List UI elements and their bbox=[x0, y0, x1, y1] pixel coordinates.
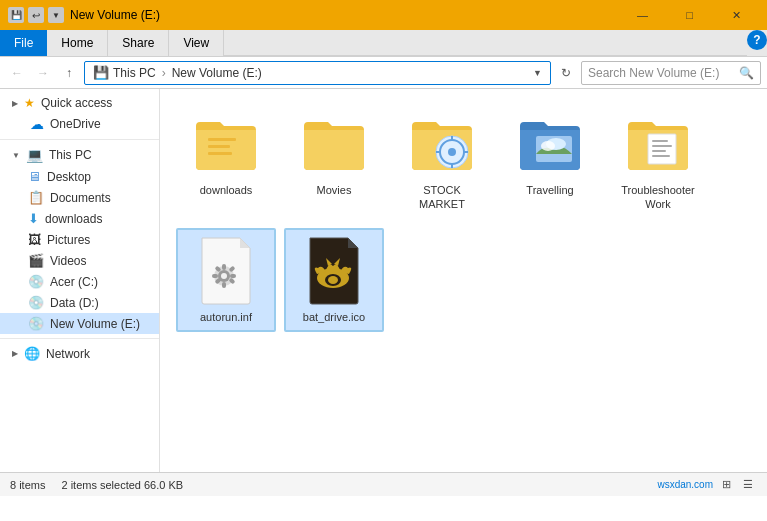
sidebar-item-videos[interactable]: 🎬 Videos bbox=[0, 250, 159, 271]
file-icon-wrapper bbox=[299, 236, 369, 306]
drive-d-icon: 💿 bbox=[28, 295, 44, 310]
close-button[interactable]: ✕ bbox=[714, 0, 759, 30]
dropdown-icon[interactable]: ▼ bbox=[533, 68, 542, 78]
tab-view[interactable]: View bbox=[169, 30, 224, 56]
sidebar-label: Network bbox=[46, 347, 90, 361]
folder-stock-market[interactable]: STOCK MARKET bbox=[392, 101, 492, 220]
svg-point-8 bbox=[541, 141, 555, 151]
minimize-button[interactable]: — bbox=[620, 0, 665, 30]
sidebar-item-this-pc[interactable]: ▼ 💻 This PC bbox=[0, 144, 159, 166]
sidebar-label: New Volume (E:) bbox=[50, 317, 140, 331]
help-button[interactable]: ? bbox=[747, 30, 767, 50]
expand-icon: ▶ bbox=[12, 349, 18, 358]
sidebar-item-network[interactable]: ▶ 🌐 Network bbox=[0, 343, 159, 364]
breadcrumb: This PC bbox=[113, 66, 156, 80]
folder-label: Troubleshooter Work bbox=[616, 183, 700, 212]
folder-icon-wrapper bbox=[299, 109, 369, 179]
sidebar-label: This PC bbox=[49, 148, 92, 162]
desktop-icon: 🖥 bbox=[28, 169, 41, 184]
sidebar-item-downloads[interactable]: ⬇ downloads bbox=[0, 208, 159, 229]
videos-icon: 🎬 bbox=[28, 253, 44, 268]
content-area: downloads Movies bbox=[160, 89, 767, 472]
network-icon: 🌐 bbox=[24, 346, 40, 361]
svg-rect-0 bbox=[208, 138, 236, 141]
file-autorun[interactable]: autorun.inf bbox=[176, 228, 276, 332]
up-button[interactable]: ↑ bbox=[58, 62, 80, 84]
sidebar-label: Desktop bbox=[47, 170, 91, 184]
svg-rect-1 bbox=[208, 145, 230, 148]
refresh-button[interactable]: ↻ bbox=[555, 62, 577, 84]
tab-home[interactable]: Home bbox=[47, 30, 108, 56]
svg-rect-10 bbox=[652, 140, 668, 142]
sidebar-item-desktop[interactable]: 🖥 Desktop bbox=[0, 166, 159, 187]
down-arrow-icon[interactable]: ▼ bbox=[48, 7, 64, 23]
folder-downloads[interactable]: downloads bbox=[176, 101, 276, 220]
file-label: bat_drive.ico bbox=[303, 310, 365, 324]
title-bar-left: 💾 ↩ ▼ New Volume (E:) bbox=[8, 7, 160, 23]
pictures-icon: 🖼 bbox=[28, 232, 41, 247]
svg-rect-18 bbox=[222, 282, 226, 288]
folder-label: downloads bbox=[200, 183, 253, 197]
svg-point-27 bbox=[328, 276, 338, 284]
folder-travelling[interactable]: Travelling bbox=[500, 101, 600, 220]
drive-e-icon: 💿 bbox=[28, 316, 44, 331]
main-layout: ▶ ★ Quick access ☁ OneDrive ▼ 💻 This PC … bbox=[0, 89, 767, 472]
sidebar-label: Documents bbox=[50, 191, 111, 205]
svg-rect-9 bbox=[648, 134, 676, 164]
folder-troubleshooter[interactable]: Troubleshooter Work bbox=[608, 101, 708, 220]
title-bar: 💾 ↩ ▼ New Volume (E:) — □ ✕ bbox=[0, 0, 767, 30]
sidebar-item-drive-c[interactable]: 💿 Acer (C:) bbox=[0, 271, 159, 292]
expand-icon: ▼ bbox=[12, 151, 20, 160]
tab-share[interactable]: Share bbox=[108, 30, 169, 56]
pc-icon: 💻 bbox=[26, 147, 43, 163]
item-count: 8 items bbox=[10, 479, 45, 491]
view-details-toggle[interactable]: ⊞ bbox=[717, 476, 735, 494]
folder-label: Travelling bbox=[526, 183, 573, 197]
sidebar-item-drive-d[interactable]: 💿 Data (D:) bbox=[0, 292, 159, 313]
expand-icon: ▶ bbox=[12, 99, 18, 108]
maximize-button[interactable]: □ bbox=[667, 0, 712, 30]
sidebar-item-drive-e[interactable]: 💿 New Volume (E:) bbox=[0, 313, 159, 334]
svg-rect-13 bbox=[652, 155, 670, 157]
file-bat-drive[interactable]: bat_drive.ico bbox=[284, 228, 384, 332]
sidebar-label: Pictures bbox=[47, 233, 90, 247]
folder-svg bbox=[626, 116, 690, 172]
breadcrumb-location: New Volume (E:) bbox=[172, 66, 262, 80]
title-bar-icons: 💾 ↩ ▼ bbox=[8, 7, 64, 23]
sidebar-label: Acer (C:) bbox=[50, 275, 98, 289]
onedrive-icon: ☁ bbox=[30, 116, 44, 132]
sidebar-label: Data (D:) bbox=[50, 296, 99, 310]
svg-rect-19 bbox=[212, 274, 218, 278]
brand-text: wsxdan.com bbox=[657, 479, 713, 490]
folder-svg bbox=[518, 116, 582, 172]
search-icon[interactable]: 🔍 bbox=[739, 66, 754, 80]
sidebar-item-documents[interactable]: 📋 Documents bbox=[0, 187, 159, 208]
file-grid: downloads Movies bbox=[176, 101, 751, 332]
save-icon[interactable]: 💾 bbox=[8, 7, 24, 23]
file-svg bbox=[304, 236, 364, 306]
file-label: autorun.inf bbox=[200, 310, 252, 324]
folder-movies[interactable]: Movies bbox=[284, 101, 384, 220]
undo-icon[interactable]: ↩ bbox=[28, 7, 44, 23]
drive-c-icon: 💿 bbox=[28, 274, 44, 289]
search-placeholder: Search New Volume (E:) bbox=[588, 66, 735, 80]
sidebar-item-pictures[interactable]: 🖼 Pictures bbox=[0, 229, 159, 250]
address-input[interactable]: 💾 This PC › New Volume (E:) ▼ bbox=[84, 61, 551, 85]
sidebar-item-onedrive[interactable]: ☁ OneDrive bbox=[0, 113, 159, 135]
view-list-toggle[interactable]: ☰ bbox=[739, 476, 757, 494]
ribbon-tabs: File Home Share View ? bbox=[0, 30, 767, 56]
svg-point-16 bbox=[221, 273, 227, 279]
svg-point-5 bbox=[448, 148, 456, 156]
folder-svg bbox=[302, 116, 366, 172]
svg-rect-2 bbox=[208, 152, 232, 155]
sidebar-label: OneDrive bbox=[50, 117, 101, 131]
sidebar-item-quick-access[interactable]: ▶ ★ Quick access bbox=[0, 93, 159, 113]
folder-label: STOCK MARKET bbox=[400, 183, 484, 212]
search-box[interactable]: Search New Volume (E:) 🔍 bbox=[581, 61, 761, 85]
tab-file[interactable]: File bbox=[0, 30, 47, 56]
downloads-icon: ⬇ bbox=[28, 211, 39, 226]
ribbon: File Home Share View ? bbox=[0, 30, 767, 57]
folder-icon-wrapper bbox=[623, 109, 693, 179]
back-button[interactable]: ← bbox=[6, 62, 28, 84]
forward-button[interactable]: → bbox=[32, 62, 54, 84]
